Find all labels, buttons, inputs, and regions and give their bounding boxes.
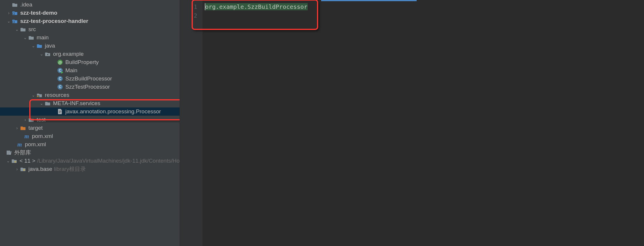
svg-rect-3	[13, 21, 14, 23]
tree-disclosure-icon[interactable]: ›	[14, 167, 20, 171]
tree-item-label: main	[37, 34, 49, 41]
svg-rect-11	[7, 151, 8, 155]
svg-rect-15	[15, 161, 15, 163]
tree-item[interactable]: 外部库	[0, 149, 180, 157]
folder-target-icon	[20, 125, 26, 131]
tree-item-label: javax.annotation.processing.Processor	[65, 108, 161, 115]
folder-gray-icon	[12, 1, 18, 8]
tree-item-suffix: library根目录	[54, 165, 86, 173]
tree-item[interactable]: ⌄org.example	[0, 50, 180, 58]
tree-item[interactable]: ›java.baselibrary根目录	[0, 165, 180, 173]
tree-item[interactable]: ⌄java	[0, 42, 180, 50]
svg-rect-6	[37, 96, 39, 96]
tree-item-label: 外部库	[14, 149, 31, 156]
package-icon	[45, 51, 51, 57]
tree-disclosure-icon[interactable]: ⌄	[6, 19, 12, 23]
tree-item[interactable]: ⌄szz-test-procesor-handler	[0, 17, 180, 25]
svg-rect-7	[37, 97, 39, 97]
tree-item[interactable]: CMain	[0, 66, 180, 75]
tree-item-label: pom.xml	[25, 141, 46, 148]
tree-item[interactable]: ⌄META-INF.services	[0, 99, 180, 107]
tree-item-suffix: /Library/Java/JavaVirtualMachines/jdk-11…	[37, 158, 180, 164]
tree-item-label: src	[28, 26, 36, 33]
tree-item[interactable]: ›test	[0, 116, 180, 124]
tree-item-label: Main	[65, 67, 77, 74]
folder-gray-icon	[28, 117, 35, 123]
folder-src-icon	[36, 43, 43, 49]
tree-disclosure-icon[interactable]: ›	[6, 11, 12, 15]
tree-item-label: pom.xml	[32, 133, 53, 139]
tree-item-label: resources	[45, 92, 69, 98]
folder-res-icon	[36, 92, 43, 98]
editor-line-1[interactable]: org.example.SzzBuildProcessor	[205, 3, 308, 10]
tree-item[interactable]: ›szz-test-demo	[0, 9, 180, 17]
tree-item[interactable]: ⌄main	[0, 33, 180, 42]
tree-item[interactable]: ⌄src	[0, 25, 180, 33]
active-tab-indicator	[321, 0, 417, 1]
svg-point-4	[47, 54, 48, 55]
svg-rect-12	[8, 151, 9, 155]
maven-icon: m	[16, 141, 23, 148]
tree-item-label: java	[45, 43, 55, 49]
tree-item-label: SzzBuildProcessor	[65, 75, 112, 82]
tree-disclosure-icon[interactable]: ⌄	[30, 93, 36, 97]
editor-pane[interactable]: org.example.SzzBuildProcessor	[202, 0, 644, 246]
tree-disclosure-icon[interactable]: ⌄	[30, 43, 36, 48]
tree-item-label: SzzTestProcessor	[65, 84, 110, 90]
folder-lib-icon	[11, 158, 18, 164]
tree-item[interactable]: CSzzBuildProcessor	[0, 75, 180, 83]
tree-disclosure-icon[interactable]: ⌄	[39, 52, 45, 56]
file-icon	[57, 108, 63, 115]
tree-item-label: META-INF.services	[53, 100, 100, 107]
svg-rect-18	[24, 169, 25, 171]
interface-icon: @	[57, 59, 63, 65]
tree-item[interactable]: ⌄resources	[0, 91, 180, 99]
tree-item[interactable]: ›target	[0, 124, 180, 132]
tree-item-label: szz-test-procesor-handler	[20, 18, 88, 24]
module-icon	[12, 10, 18, 16]
folder-gray-icon	[45, 100, 51, 107]
svg-rect-13	[9, 151, 10, 155]
line-number: 1	[180, 2, 202, 11]
svg-rect-8	[59, 111, 61, 111]
tree-disclosure-icon[interactable]: ›	[14, 126, 20, 130]
tree-item-label: szz-test-demo	[20, 10, 57, 16]
tree-item[interactable]: javax.annotation.processing.Processor	[0, 107, 180, 116]
tree-item-label: BuildProperty	[65, 59, 99, 65]
tree-item-label: target	[28, 125, 43, 131]
tree-item[interactable]: mpom.xml	[0, 132, 180, 140]
svg-rect-10	[59, 112, 60, 113]
folder-lib-icon	[20, 166, 26, 172]
tree-disclosure-icon[interactable]: ⌄	[5, 159, 11, 163]
project-tree-panel: .idea›szz-test-demo⌄szz-test-procesor-ha…	[0, 0, 180, 246]
module-icon	[12, 18, 18, 24]
class-icon: C	[57, 84, 63, 90]
tree-item-label: < 11 >	[20, 158, 35, 164]
text-caret	[205, 3, 205, 10]
folder-gray-icon	[20, 26, 26, 33]
folder-gray-icon	[28, 34, 35, 41]
line-number: 2	[180, 11, 202, 20]
tree-disclosure-icon[interactable]: ›	[22, 117, 28, 122]
svg-rect-9	[59, 112, 61, 112]
tree-item[interactable]: CSzzTestProcessor	[0, 83, 180, 91]
svg-rect-17	[23, 169, 24, 171]
tree-disclosure-icon[interactable]: ⌄	[22, 35, 28, 40]
tree-disclosure-icon[interactable]: ⌄	[14, 27, 20, 32]
tree-item-label: java.base	[28, 166, 52, 172]
svg-rect-14	[10, 151, 11, 155]
tree-item-label: .idea	[20, 1, 32, 8]
editor-gutter: 1 2	[180, 0, 202, 246]
tree-item[interactable]: ⌄< 11 >/Library/Java/JavaVirtualMachines…	[0, 157, 180, 165]
tree-item[interactable]: .idea	[0, 1, 180, 9]
tree-item[interactable]: mpom.xml	[0, 140, 180, 149]
runclass-icon: C	[57, 67, 63, 74]
svg-rect-5	[37, 95, 39, 97]
tree-item-label: org.example	[53, 51, 84, 57]
tree-item[interactable]: @BuildProperty	[0, 58, 180, 66]
tree-item-label: test	[37, 117, 46, 123]
maven-icon: m	[23, 133, 30, 139]
lib-icon	[6, 149, 12, 156]
tree-disclosure-icon[interactable]: ⌄	[39, 101, 45, 106]
svg-rect-16	[16, 161, 16, 163]
